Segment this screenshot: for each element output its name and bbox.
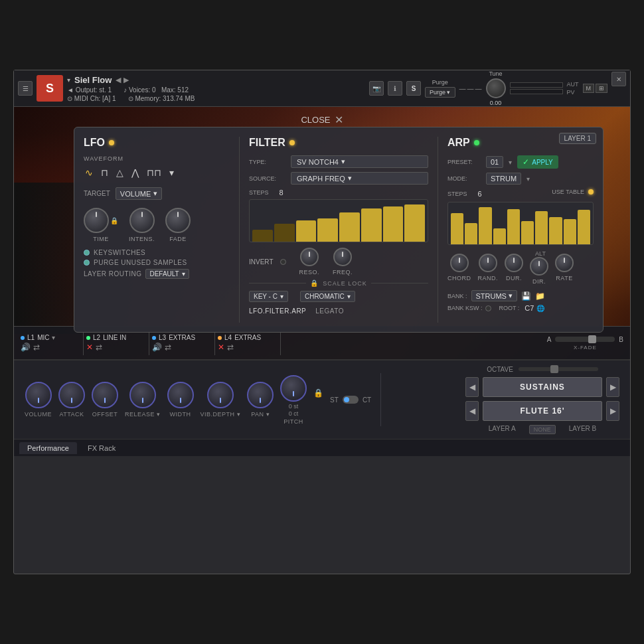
lfo-filter-arp-label[interactable]: LFO.FILTER.ARP <box>249 307 306 315</box>
invert-led[interactable] <box>280 259 286 265</box>
wave-random-btn[interactable]: ⊓⊓ <box>145 166 163 179</box>
filter-bar-2[interactable] <box>296 220 317 242</box>
keyswitches-led[interactable] <box>84 250 90 256</box>
bank-ksw-led[interactable] <box>485 305 491 311</box>
filter-bar-3[interactable] <box>317 218 338 242</box>
flute-prev-btn[interactable]: ◀ <box>465 401 479 421</box>
prev-instrument-btn[interactable]: ◀ <box>116 76 121 84</box>
octave-handle[interactable] <box>550 365 558 373</box>
arp-bar-graph[interactable] <box>447 202 594 245</box>
chord-knob[interactable] <box>450 254 469 272</box>
bank-save-icon[interactable]: 💾 <box>521 291 531 301</box>
flute-next-btn[interactable]: ▶ <box>606 401 619 421</box>
purge-led[interactable] <box>84 260 90 266</box>
freq-knob[interactable] <box>333 248 352 266</box>
dur-knob[interactable] <box>505 254 523 272</box>
info-icon[interactable]: ℹ <box>388 81 402 96</box>
pitch-lock-icon[interactable]: 🔒 <box>313 388 323 411</box>
xfade-slider[interactable] <box>555 337 615 342</box>
intens-knob[interactable] <box>129 208 155 233</box>
volume-knob[interactable] <box>25 382 52 408</box>
filter-bar-0[interactable] <box>252 230 273 242</box>
piano-btn[interactable]: ⊞ <box>596 84 607 93</box>
filter-bar-graph[interactable] <box>249 199 428 242</box>
l2-mute-icon[interactable]: ✕ <box>86 343 93 352</box>
filter-bar-1[interactable] <box>274 224 295 242</box>
camera-icon[interactable]: 📷 <box>369 81 384 96</box>
type-dropdown[interactable]: SV NOTCH4 ▾ <box>291 155 428 168</box>
apply-button[interactable]: ✓ APPLY <box>517 155 558 169</box>
wave-more-btn[interactable]: ▾ <box>168 166 175 179</box>
rate-knob[interactable] <box>555 254 574 272</box>
root-icon[interactable]: 🌐 <box>536 305 544 312</box>
routing-dropdown[interactable]: DEFAULT ▾ <box>145 269 189 279</box>
arp-bar-5[interactable] <box>521 221 534 244</box>
close-window-icon[interactable]: ✕ <box>611 72 626 86</box>
wave-triangle-btn[interactable]: △ <box>115 166 125 179</box>
flute-name[interactable]: FLUTE 16' <box>483 401 602 421</box>
fade-knob[interactable] <box>165 208 191 233</box>
sustains-name[interactable]: SUSTAINS <box>483 377 602 397</box>
legato-label[interactable]: LEGATO <box>315 307 344 315</box>
time-lock-icon[interactable]: 🔒 <box>110 217 118 224</box>
l2-midi-icon[interactable]: ⇄ <box>96 343 102 352</box>
wave-sine-btn[interactable]: ∿ <box>84 166 94 179</box>
reso-knob[interactable] <box>300 248 319 266</box>
octave-slider[interactable] <box>519 367 598 371</box>
l1-dropdown-icon[interactable]: ▾ <box>52 334 55 341</box>
dir-knob[interactable] <box>530 257 548 276</box>
settings-s-icon[interactable]: S <box>406 81 421 96</box>
purge-button[interactable]: Purge ▾ <box>425 87 455 98</box>
pan-knob[interactable] <box>247 382 274 408</box>
arp-bar-0[interactable] <box>451 213 463 244</box>
bank-folder-icon[interactable]: 📁 <box>535 291 545 301</box>
menu-icon[interactable]: ☰ <box>18 81 33 96</box>
arp-bar-7[interactable] <box>549 217 562 244</box>
width-knob[interactable] <box>167 382 194 408</box>
arp-bar-6[interactable] <box>535 211 548 244</box>
arp-bar-1[interactable] <box>465 223 477 244</box>
sustains-next-btn[interactable]: ▶ <box>606 377 619 397</box>
chromatic-dropdown[interactable]: CHROMATIC ▾ <box>300 291 355 302</box>
arp-bar-4[interactable] <box>507 209 520 244</box>
wave-square-btn[interactable]: ⊓ <box>100 166 110 179</box>
target-dropdown[interactable]: VOLUME ▾ <box>116 187 162 200</box>
m-btn[interactable]: M <box>583 84 595 93</box>
arp-preset-dropdown-icon[interactable]: ▾ <box>509 159 512 166</box>
tab-fx-rack[interactable]: FX Rack <box>80 442 123 454</box>
arp-mode-dropdown-icon[interactable]: ▾ <box>526 175 530 183</box>
key-dropdown[interactable]: KEY - C ▾ <box>249 291 288 302</box>
release-knob[interactable] <box>129 382 156 408</box>
arp-bar-3[interactable] <box>493 228 506 244</box>
filter-bar-7[interactable] <box>404 204 425 242</box>
filter-bar-6[interactable] <box>383 206 404 242</box>
rand-knob[interactable] <box>479 254 497 272</box>
l3-midi-icon[interactable]: ⇄ <box>165 343 171 352</box>
wave-sawtooth-btn[interactable]: ⋀ <box>130 166 140 179</box>
filter-bar-4[interactable] <box>339 212 360 242</box>
pitch-knob[interactable] <box>280 375 307 402</box>
bank-dropdown[interactable]: STRUMS ▾ <box>471 290 517 301</box>
source-dropdown[interactable]: GRAPH FREQ ▾ <box>291 172 428 185</box>
arp-mode-val[interactable]: STRUM <box>486 173 521 185</box>
st-toggle[interactable] <box>343 396 359 404</box>
filter-bar-5[interactable] <box>361 208 382 242</box>
close-panel-button[interactable]: CLOSE ✕ <box>301 114 343 126</box>
l1-midi-icon[interactable]: ⇄ <box>33 343 40 352</box>
arrow-down-icon[interactable]: ▾ <box>67 76 70 84</box>
offset-knob[interactable] <box>92 382 118 408</box>
arp-bar-8[interactable] <box>564 219 576 244</box>
l1-speaker-icon[interactable]: 🔊 <box>21 343 31 352</box>
tab-performance[interactable]: Performance <box>19 442 77 454</box>
l4-mute-icon[interactable]: ✕ <box>218 343 224 352</box>
l3-speaker-icon[interactable]: 🔊 <box>152 343 162 352</box>
attack-knob[interactable] <box>58 382 85 408</box>
arp-bar-2[interactable] <box>479 207 491 244</box>
vib-depth-knob[interactable] <box>207 382 234 408</box>
tune-knob[interactable] <box>486 78 506 98</box>
use-table-led[interactable] <box>588 189 594 195</box>
l4-midi-icon[interactable]: ⇄ <box>227 343 234 352</box>
next-instrument-btn[interactable]: ▶ <box>123 76 129 84</box>
arp-preset-val[interactable]: 01 <box>486 156 503 168</box>
sustains-prev-btn[interactable]: ◀ <box>465 377 479 397</box>
